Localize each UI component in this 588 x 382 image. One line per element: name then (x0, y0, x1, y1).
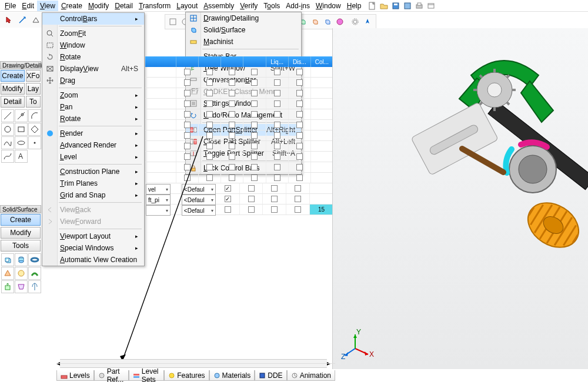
view-display-view[interactable]: Display ViewAlt+S (42, 63, 144, 75)
dd-cell-a1[interactable]: vel (146, 184, 171, 195)
menu-detail[interactable]: Detail (112, 1, 136, 11)
torus-icon[interactable] (28, 253, 41, 266)
view-viewport-layout[interactable]: Viewport Layout▸ (42, 230, 144, 242)
grid-col-liq[interactable]: Liq... (266, 56, 289, 67)
spline-tool-icon[interactable] (1, 136, 14, 149)
window-icon[interactable] (426, 1, 436, 11)
view-control-bars[interactable]: Control Bars▸ (42, 13, 144, 25)
dd-cell-b1[interactable]: <Defaul (182, 184, 216, 195)
menu-view[interactable]: View (37, 1, 58, 11)
near-line-icon[interactable] (15, 109, 28, 122)
tab-animation[interactable]: Animation (287, 370, 335, 381)
text-icon[interactable]: A (15, 150, 28, 163)
menu-assembly[interactable]: Assembly (201, 1, 237, 11)
view-trim-planes[interactable]: Trim Planes▸ (42, 177, 144, 189)
3d-viewport[interactable] (332, 28, 588, 369)
view-advanced-render[interactable]: Advanced Render▸ (42, 139, 144, 151)
cb-solid-surface[interactable]: Solid/Surface (186, 24, 301, 36)
view-construction-plane[interactable]: Construction Plane▸ (42, 166, 144, 177)
drawing-detail-btn[interactable]: Detail (1, 96, 25, 108)
chk-2[interactable] (225, 196, 231, 202)
view-render-sub[interactable]: Render▸ (42, 128, 144, 139)
solid-modify-btn[interactable]: Modify (1, 227, 41, 239)
save-mini-icon[interactable] (403, 1, 412, 11)
tb-cube-icon-2[interactable] (310, 15, 321, 28)
grid-col-col[interactable]: Col... (311, 56, 333, 67)
view-level[interactable]: Level▸ (42, 151, 144, 163)
grid-col-hidden-4[interactable] (221, 56, 243, 67)
tab-part-ref[interactable]: Part Ref... (94, 370, 129, 381)
grid-col-hidden-3[interactable] (199, 56, 221, 67)
menu-window[interactable]: Window (313, 1, 344, 11)
dd-cell-a2[interactable]: ft_pi (146, 195, 171, 205)
menu-create[interactable]: Create (58, 1, 85, 11)
loft-icon[interactable] (15, 280, 28, 293)
tab-level-sets[interactable]: Level Sets (129, 370, 164, 381)
view-drag[interactable]: Drag (42, 75, 144, 86)
triangle-tool-icon[interactable] (29, 14, 42, 26)
cursor-tool-icon[interactable] (2, 14, 15, 26)
view-pan-sub[interactable]: Pan▸ (42, 101, 144, 113)
dd-cell-b2[interactable]: <Defaul (182, 195, 216, 205)
revolve-icon[interactable] (28, 280, 41, 293)
menu-transform[interactable]: Transform (136, 1, 173, 11)
chk-1[interactable] (225, 185, 231, 192)
view-auto-view-creation[interactable]: Automatic View Creation (42, 254, 144, 266)
menu-modify[interactable]: Modify (85, 1, 112, 11)
drawing-create-btn[interactable]: Create (1, 70, 25, 82)
sphere-icon[interactable] (15, 267, 28, 280)
drawing-modify-btn[interactable]: Modify (1, 83, 25, 95)
menu-help[interactable]: Help (344, 1, 365, 11)
solid-tools-btn[interactable]: Tools (1, 240, 41, 252)
tab-levels[interactable]: Levels (56, 370, 94, 381)
grid-col-hidden-2[interactable] (176, 56, 199, 67)
menu-layout[interactable]: Layout (173, 1, 201, 11)
extrude-icon[interactable] (1, 280, 14, 293)
drawing-xfo-btn[interactable]: XFo (26, 70, 41, 82)
vector-tool-icon[interactable] (16, 14, 28, 26)
print-icon[interactable] (415, 1, 424, 11)
view-rotate-sub[interactable]: Rotate▸ (42, 113, 144, 125)
polygon-tool-icon[interactable] (28, 123, 41, 136)
tab-dde[interactable]: DDE (255, 370, 286, 381)
new-doc-icon[interactable] (368, 1, 377, 11)
line-tool-icon[interactable] (1, 109, 14, 122)
save-icon[interactable] (391, 1, 400, 11)
menu-verify[interactable]: Verify (237, 1, 260, 11)
view-zoom-fit[interactable]: Zoom Fit (42, 28, 144, 39)
cube-icon[interactable] (1, 253, 14, 266)
rect-tool-icon[interactable] (15, 123, 28, 136)
tb-cube-icon-4[interactable] (335, 15, 346, 28)
circle-tool-icon[interactable] (1, 123, 14, 136)
cb-machinist[interactable]: Machinist (186, 36, 301, 48)
arc-tool-icon[interactable] (28, 109, 41, 122)
menu-addins[interactable]: Add-ins (283, 1, 313, 11)
open-icon[interactable] (379, 1, 389, 11)
ellipse-tool-icon[interactable] (15, 136, 28, 149)
view-rotate[interactable]: Rotate (42, 51, 144, 63)
sweep-icon[interactable] (28, 267, 41, 280)
menu-file[interactable]: File (2, 1, 19, 11)
menu-edit[interactable]: Edit (19, 1, 37, 11)
solid-create-btn[interactable]: Create (1, 214, 41, 226)
tb-compass-icon[interactable] (362, 15, 373, 28)
curve-tool-icon[interactable] (1, 150, 14, 163)
tb-icon-1[interactable] (168, 15, 179, 28)
grid-col-dis[interactable]: Dis... (289, 56, 311, 67)
cylinder-icon[interactable] (15, 253, 28, 266)
dd-cell-b3[interactable]: <Defaul (182, 205, 216, 216)
menu-tools[interactable]: Tools (260, 1, 283, 11)
grid-col-hidden-1[interactable] (145, 56, 176, 67)
drawing-lay-btn[interactable]: Lay (26, 83, 41, 95)
cb-drawing-detailing[interactable]: Drawing/Detailing (186, 12, 301, 24)
drawing-to-btn[interactable]: To (26, 96, 41, 108)
view-special-windows[interactable]: Special Windows▸ (42, 242, 144, 254)
view-window[interactable]: Window (42, 39, 144, 51)
tb-cube-icon-3[interactable] (322, 15, 333, 28)
tb-gear-icon[interactable] (350, 15, 361, 28)
view-grid-snap[interactable]: Grid and Snap▸ (42, 189, 144, 201)
view-zoom-sub[interactable]: Zoom▸ (42, 89, 144, 101)
tab-features[interactable]: Features (164, 370, 209, 381)
cone-icon[interactable] (1, 267, 14, 280)
tab-materials[interactable]: Materials (209, 370, 255, 381)
